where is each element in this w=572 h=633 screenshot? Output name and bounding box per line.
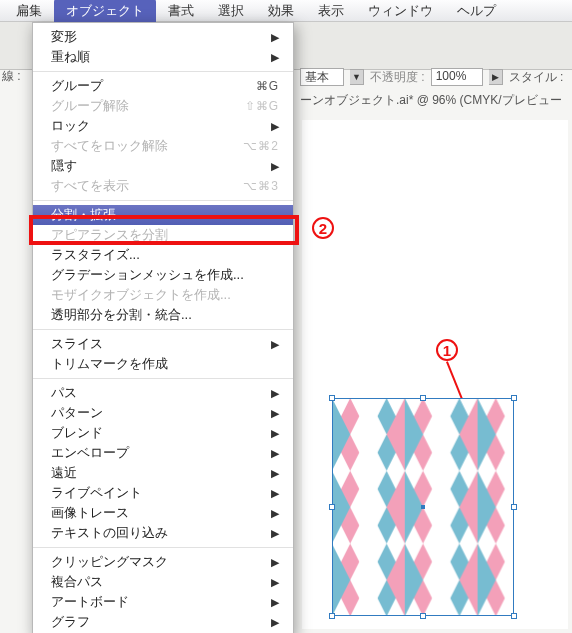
submenu-arrow-icon [271,387,279,400]
menu-item[interactable]: パターン [33,403,293,423]
submenu-arrow-icon [271,447,279,460]
menu-item[interactable]: ロック [33,116,293,136]
menu-shortcut: ⌥⌘2 [243,139,279,153]
menu-shortcut: ⌥⌘3 [243,179,279,193]
menu-item[interactable]: 変形 [33,27,293,47]
menu-item-label: 隠す [51,157,263,175]
menu-item-label: モザイクオブジェクトを作成... [51,286,279,304]
stroke-label: 線 : [2,68,21,85]
submenu-arrow-icon [271,596,279,609]
submenu-arrow-icon [271,51,279,64]
menu-item-label: 画像トレース [51,504,263,522]
submenu-arrow-icon [271,527,279,540]
options-bar: 基本▼ 不透明度 : 100%▶ スタイル : [300,68,563,86]
menu-item[interactable]: グループ⌘G [33,76,293,96]
menu-item-label: スライス [51,335,263,353]
menu-item[interactable]: 分割・拡張... [33,205,293,225]
menu-item: すべてを表示⌥⌘3 [33,176,293,196]
menu-item[interactable]: グラフ [33,612,293,632]
menu-item-label: 透明部分を分割・統合... [51,306,279,324]
menu-item-label: エンベロープ [51,444,263,462]
menu-item[interactable]: 画像トレース [33,503,293,523]
resize-handle[interactable] [329,395,335,401]
style-label: スタイル : [509,69,564,86]
menu-item[interactable]: ライブペイント [33,483,293,503]
menu-item: グループ解除⇧⌘G [33,96,293,116]
menu-item[interactable]: スライス [33,334,293,354]
menu-edit[interactable]: 扁集 [4,0,54,23]
menu-shortcut: ⌘G [256,79,279,93]
menu-select[interactable]: 選択 [206,0,256,23]
menu-item-label: アートボード [51,593,263,611]
opacity-field[interactable]: 100% [431,68,483,86]
submenu-arrow-icon [271,576,279,589]
menu-item-label: グループ [51,77,248,95]
menu-effect[interactable]: 効果 [256,0,306,23]
menu-item-label: 重ね順 [51,48,263,66]
menu-item-label: 変形 [51,28,263,46]
submenu-arrow-icon [271,160,279,173]
menu-item[interactable]: 複合パス [33,572,293,592]
chevron-down-icon[interactable]: ▼ [350,69,364,85]
menu-item[interactable]: テキストの回り込み [33,523,293,543]
menu-item[interactable]: 透明部分を分割・統合... [33,305,293,325]
menu-item[interactable]: クリッピングマスク [33,552,293,572]
menu-item[interactable]: エンベロープ [33,443,293,463]
menu-item-label: ロック [51,117,263,135]
menu-item-label: グループ解除 [51,97,237,115]
menu-item[interactable]: トリムマークを作成 [33,354,293,374]
selected-object[interactable] [332,398,514,616]
submenu-arrow-icon [271,407,279,420]
submenu-arrow-icon [271,120,279,133]
menu-item-label: アピアランスを分割 [51,226,279,244]
resize-handle[interactable] [329,613,335,619]
menu-item-label: 遠近 [51,464,263,482]
submenu-arrow-icon [271,31,279,44]
resize-handle[interactable] [511,504,517,510]
menu-item-label: パス [51,384,263,402]
menu-item-label: ラスタライズ... [51,246,279,264]
resize-handle[interactable] [420,395,426,401]
menu-item[interactable]: 遠近 [33,463,293,483]
submenu-arrow-icon [271,427,279,440]
menu-item[interactable]: ブレンド [33,423,293,443]
menu-item[interactable]: 重ね順 [33,47,293,67]
basic-combo[interactable]: 基本 [300,68,344,86]
menu-item[interactable]: パス [33,383,293,403]
submenu-arrow-icon [271,467,279,480]
menu-item[interactable]: グラデーションメッシュを作成... [33,265,293,285]
menu-item: アピアランスを分割 [33,225,293,245]
menu-item-label: グラフ [51,613,263,631]
submenu-arrow-icon [271,556,279,569]
menu-item: すべてをロック解除⌥⌘2 [33,136,293,156]
resize-handle[interactable] [511,613,517,619]
menu-view[interactable]: 表示 [306,0,356,23]
menu-item-label: 複合パス [51,573,263,591]
menu-item: モザイクオブジェクトを作成... [33,285,293,305]
menu-item-label: グラデーションメッシュを作成... [51,266,279,284]
menu-item[interactable]: ラスタライズ... [33,245,293,265]
menu-item-label: パターン [51,404,263,422]
menu-item-label: 分割・拡張... [51,206,279,224]
resize-handle[interactable] [420,613,426,619]
submenu-arrow-icon [271,616,279,629]
submenu-arrow-icon [271,487,279,500]
submenu-arrow-icon [271,338,279,351]
menu-item-label: ライブペイント [51,484,263,502]
resize-handle[interactable] [511,395,517,401]
menu-object[interactable]: オブジェクト [54,0,156,23]
submenu-arrow-icon [271,507,279,520]
menu-item-label: テキストの回り込み [51,524,263,542]
menu-help[interactable]: ヘルプ [445,0,508,23]
menu-type[interactable]: 書式 [156,0,206,23]
object-menu-dropdown: 変形重ね順グループ⌘Gグループ解除⇧⌘Gロックすべてをロック解除⌥⌘2隠すすべて… [32,22,294,633]
menu-item[interactable]: 隠す [33,156,293,176]
menu-window[interactable]: ウィンドウ [356,0,445,23]
menubar: 扁集 オブジェクト 書式 選択 効果 表示 ウィンドウ ヘルプ [0,0,572,22]
menu-shortcut: ⇧⌘G [245,99,279,113]
center-point [421,505,425,509]
resize-handle[interactable] [329,504,335,510]
menu-item[interactable]: アートボード [33,592,293,612]
document-tab-title[interactable]: ーンオブジェクト.ai* @ 96% (CMYK/プレビュー [300,92,562,109]
chevron-down-icon[interactable]: ▶ [489,69,503,85]
